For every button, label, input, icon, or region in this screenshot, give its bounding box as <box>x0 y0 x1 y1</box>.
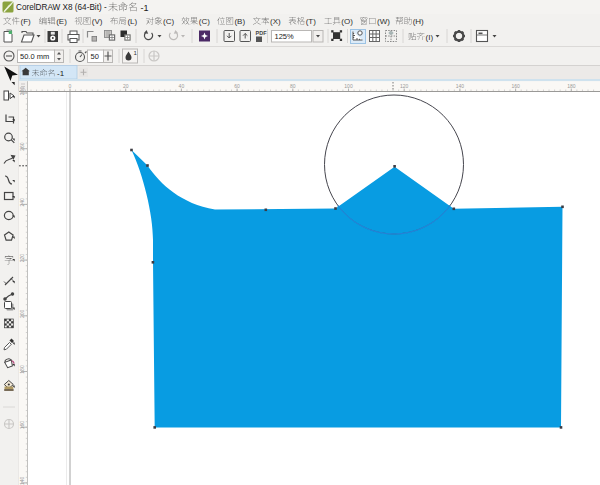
svg-text:180: 180 <box>19 365 25 374</box>
svg-text:(L): (L) <box>127 17 137 26</box>
svg-text:-1: -1 <box>141 3 149 13</box>
svg-text:CorelDRAW X8 (64-Bit) -: CorelDRAW X8 (64-Bit) - <box>16 3 109 12</box>
svg-text:(O): (O) <box>341 17 353 26</box>
svg-text:(C): (C) <box>199 17 210 26</box>
svg-text:(I): (I) <box>426 33 434 42</box>
svg-text:160: 160 <box>19 421 25 430</box>
svg-text:140: 140 <box>456 83 465 89</box>
svg-text:-1: -1 <box>57 69 65 78</box>
svg-text:120: 120 <box>400 83 409 89</box>
svg-text:260: 260 <box>19 142 25 151</box>
svg-text:160: 160 <box>511 83 520 89</box>
svg-text:(C): (C) <box>163 17 174 26</box>
svg-text:(B): (B) <box>234 17 245 26</box>
svg-text:20: 20 <box>123 83 129 89</box>
svg-text:(T): (T) <box>306 17 317 26</box>
svg-text:80: 80 <box>290 83 296 89</box>
svg-text:(H): (H) <box>413 17 424 26</box>
svg-text:(F): (F) <box>21 17 32 26</box>
svg-text:140: 140 <box>19 477 25 485</box>
svg-text:(W): (W) <box>377 17 390 26</box>
svg-text:50: 50 <box>91 52 99 61</box>
svg-text:40: 40 <box>179 83 185 89</box>
svg-text:200: 200 <box>19 309 25 318</box>
svg-text:220: 220 <box>19 254 25 263</box>
svg-text:280: 280 <box>19 87 25 96</box>
svg-text:50.0 mm: 50.0 mm <box>20 52 49 61</box>
svg-text:0: 0 <box>69 83 72 89</box>
svg-text:PDF: PDF <box>256 30 268 36</box>
svg-text:(X): (X) <box>270 17 281 26</box>
svg-text:(E): (E) <box>56 17 67 26</box>
svg-text:60: 60 <box>234 83 240 89</box>
svg-text:100: 100 <box>344 83 353 89</box>
svg-text:(V): (V) <box>92 17 103 26</box>
svg-text:240: 240 <box>19 198 25 207</box>
svg-text:180: 180 <box>567 83 576 89</box>
svg-text:125%: 125% <box>275 32 295 41</box>
